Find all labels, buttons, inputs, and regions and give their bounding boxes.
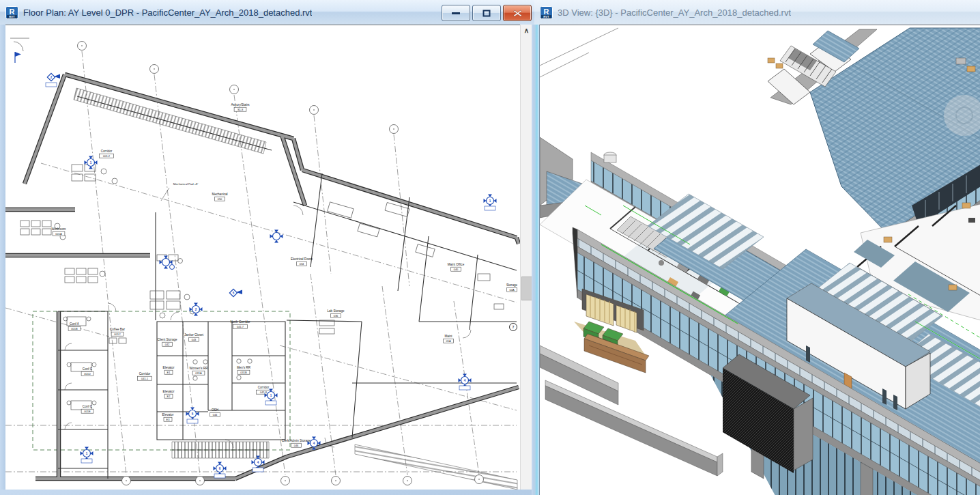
room-label: Conf C001D <box>81 367 93 376</box>
svg-text:046: 046 <box>294 444 299 447</box>
vertical-scrollbar[interactable]: ∧ <box>520 25 532 490</box>
window-title: 3D View: {3D} - PacificCenter_AY_Arch_20… <box>558 8 791 18</box>
svg-text:RVT: RVT <box>543 15 549 18</box>
svg-text:E3: E3 <box>167 418 171 421</box>
room-label: Lab Storage036 <box>327 309 344 317</box>
room-label: Corridor041.1 <box>138 372 152 380</box>
svg-text:R: R <box>544 7 549 15</box>
scroll-up-button[interactable]: ∧ <box>521 25 532 36</box>
3d-view-window: R RVT 3D View: {3D} - PacificCenter_AY_A… <box>534 0 980 495</box>
svg-text:031B: 031B <box>240 371 247 374</box>
close-button[interactable] <box>503 5 532 21</box>
svg-text:E1: E1 <box>167 371 171 374</box>
svg-text:001B: 001B <box>71 327 78 330</box>
room-label: Conf C001E <box>81 405 93 413</box>
svg-text:001A: 001A <box>55 232 62 236</box>
svg-text:Workroom: Workroom <box>51 227 66 231</box>
svg-text:041.8: 041.8 <box>260 391 268 394</box>
svg-text:041.1: 041.1 <box>141 377 149 380</box>
section-marker-flag[interactable] <box>15 52 21 63</box>
room-label: Women's RR031A <box>190 367 209 375</box>
svg-text:RVT: RVT <box>9 15 15 18</box>
annotations: Mechanical Pad +8' <box>161 182 198 201</box>
svg-text:Conf C: Conf C <box>83 405 93 408</box>
section-marker-pair[interactable] <box>160 256 175 270</box>
section-marker-pennant[interactable]: 2 <box>46 73 60 87</box>
svg-text:E2: E2 <box>167 395 171 398</box>
svg-text:Electrical Room: Electrical Room <box>291 257 313 261</box>
restore-icon <box>482 10 491 17</box>
svg-text:Conf A: Conf A <box>70 322 80 326</box>
room-label: Conf A001B <box>68 322 81 330</box>
room-label: Coffee Bar001C <box>110 328 125 336</box>
svg-text:Maint Office: Maint Office <box>448 263 465 266</box>
room-label: Maint05A <box>444 335 454 343</box>
room-label: Workroom001A <box>51 227 66 236</box>
rvt-file-icon: R RVT <box>5 6 18 19</box>
svg-text:Mechanical Pad +8': Mechanical Pad +8' <box>173 182 199 186</box>
svg-text:S1.8: S1.8 <box>237 108 244 111</box>
svg-text:034: 034 <box>300 262 304 266</box>
section-markers[interactable]: 2112514516447 <box>15 52 517 478</box>
section-marker-wheel[interactable]: 1 <box>81 447 93 464</box>
section-marker-wheel[interactable] <box>270 230 283 243</box>
svg-text:044: 044 <box>213 413 218 416</box>
svg-text:001D: 001D <box>84 372 91 376</box>
window-frame-left <box>0 25 5 495</box>
room-label: Clerk/Admin Storage046 <box>282 439 311 447</box>
minimize-button[interactable] <box>442 5 470 21</box>
svg-text:Women's RR: Women's RR <box>190 367 209 370</box>
room-label: ElevatorE3 <box>162 413 174 421</box>
section-marker-wheel[interactable]: 1 <box>85 156 98 169</box>
svg-text:Maint: Maint <box>444 335 452 338</box>
section-marker-wheel[interactable]: 4 <box>459 374 472 391</box>
room-label: OSH044 <box>210 408 220 416</box>
svg-text:031A: 031A <box>195 371 202 375</box>
svg-text:Lab Storage: Lab Storage <box>327 309 344 313</box>
section-marker-pennant[interactable]: 5 <box>229 289 242 296</box>
svg-text:Corridor: Corridor <box>101 150 113 153</box>
section-marker-wheel[interactable]: 5 <box>186 408 199 424</box>
floor-plan-canvas[interactable]: Assury/StairsS1.8Workroom001ACorridor001… <box>5 25 520 490</box>
room-label: Assury/StairsS1.8 <box>231 103 250 111</box>
svg-text:036: 036 <box>334 314 338 317</box>
door-swings <box>65 206 471 448</box>
svg-text:Elevator: Elevator <box>163 366 175 369</box>
svg-text:Men's RR: Men's RR <box>237 366 251 369</box>
floor-plan-window: R RVT Floor Plan: AY Level 0_DPR - Pacif… <box>0 0 534 495</box>
svg-text:Client Storage: Client Storage <box>157 338 177 341</box>
revit-workspace: R RVT Floor Plan: AY Level 0_DPR - Pacif… <box>0 0 980 495</box>
svg-text:Conf C: Conf C <box>83 367 93 371</box>
svg-text:Coffee Bar: Coffee Bar <box>110 328 125 331</box>
rvt-file-icon: R RVT <box>540 6 553 19</box>
room-label: Maint Office040 <box>448 263 465 271</box>
svg-text:001.2: 001.2 <box>103 154 111 158</box>
svg-text:Elevator: Elevator <box>162 413 174 416</box>
svg-text:North Corridor: North Corridor <box>230 320 250 324</box>
svg-text:043: 043 <box>192 338 197 341</box>
floor-plan-titlebar[interactable]: R RVT Floor Plan: AY Level 0_DPR - Pacif… <box>0 0 534 25</box>
3d-view-titlebar[interactable]: R RVT 3D View: {3D} - PacificCenter_AY_A… <box>534 0 980 25</box>
svg-text:OSH: OSH <box>212 408 218 412</box>
svg-text:050: 050 <box>218 197 222 201</box>
svg-text:Janitor Closet: Janitor Closet <box>184 333 204 337</box>
3d-view-canvas[interactable] <box>539 25 980 495</box>
close-icon <box>513 10 522 17</box>
room-label: Mechanical050 <box>212 193 227 201</box>
section-marker-wheel[interactable]: 6 <box>214 462 227 479</box>
window-frame-bottom <box>0 490 534 495</box>
minimize-icon <box>451 10 461 16</box>
window-title: Floor Plan: AY Level 0_DPR - PacificCent… <box>23 8 312 18</box>
svg-text:Clerk/Admin Storage: Clerk/Admin Storage <box>282 439 311 442</box>
svg-text:R: R <box>10 7 15 15</box>
svg-text:001C: 001C <box>114 333 121 336</box>
restore-button[interactable] <box>472 5 501 21</box>
window-frame-left <box>534 25 539 495</box>
scrollbar-thumb[interactable] <box>521 277 532 300</box>
svg-text:05A: 05A <box>446 339 450 343</box>
room-label: North Corridor041.7 <box>230 320 250 328</box>
text-annotation: Mechanical Pad +8' <box>161 182 198 201</box>
svg-text:001E: 001E <box>84 410 91 413</box>
room-label: Corridor001.2 <box>100 150 114 158</box>
svg-text:042: 042 <box>165 343 170 346</box>
